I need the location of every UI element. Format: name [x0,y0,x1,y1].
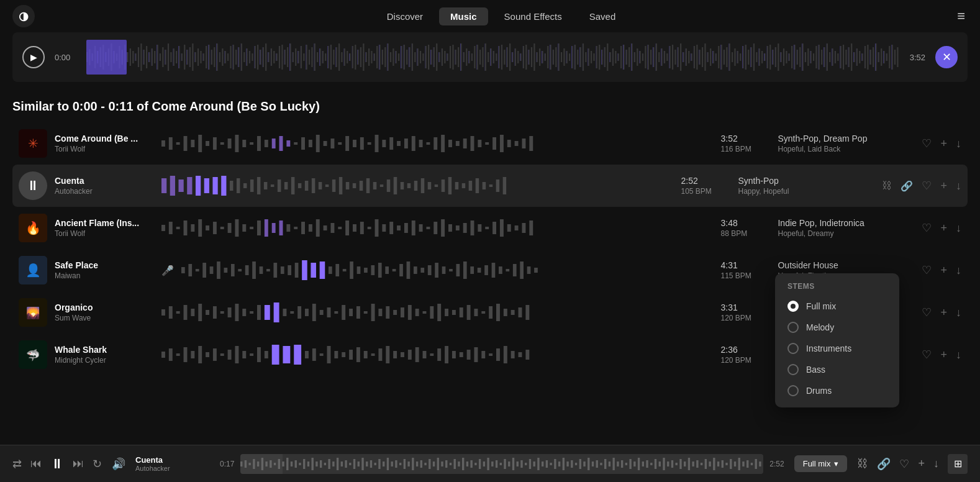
svg-rect-632 [333,462,335,466]
track-waveform[interactable] [161,216,713,240]
add-icon[interactable]: + [940,180,947,193]
nav-discover[interactable]: Discover [376,7,434,25]
play-button[interactable]: ▶ [22,46,45,68]
svg-rect-418 [265,219,268,237]
svg-rect-458 [188,264,192,276]
stem-option-instruments[interactable]: Instruments [775,338,899,359]
track-waveform[interactable] [161,342,713,367]
track-genre: Synth-Pop [738,176,874,186]
player-add-icon[interactable]: + [918,457,925,470]
add-icon[interactable]: + [940,222,947,235]
svg-rect-359 [212,177,217,194]
waveform-selection[interactable]: 0:11 0:00 [86,40,127,75]
svg-rect-46 [211,50,212,65]
svg-rect-513 [191,309,194,316]
svg-rect-30 [168,43,169,71]
svg-rect-333 [389,137,393,150]
track-row[interactable]: ✳ Come Around (Be ... Torii Wolf [12,122,968,165]
volume-icon[interactable]: 🔊 [112,457,125,471]
nav-sound-effects[interactable]: Sound Effects [493,7,573,25]
waveform-container[interactable]: 0:11 0:00 [86,40,900,75]
svg-rect-427 [330,223,334,233]
svg-rect-416 [250,227,253,229]
heart-icon[interactable]: ♡ [922,137,932,150]
svg-rect-79 [301,46,302,68]
svg-rect-537 [371,304,375,321]
logo[interactable]: ◑ [12,5,35,27]
nav-music[interactable]: Music [439,7,488,25]
play-pause-button[interactable]: ⏸ [50,456,64,472]
svg-rect-327 [345,136,349,151]
close-button[interactable]: ✕ [935,46,958,68]
track-name: Organico [55,302,154,312]
download-icon[interactable]: ↓ [956,137,961,150]
svg-rect-566 [198,346,202,363]
svg-rect-548 [452,310,456,315]
link-icon[interactable]: ⛓ [882,180,892,191]
add-icon[interactable]: + [940,348,947,362]
svg-rect-682 [542,462,543,466]
svg-rect-57 [241,43,242,71]
svg-rect-69 [273,51,274,63]
heart-icon[interactable]: ♡ [922,263,932,277]
track-row[interactable]: 🔥 Ancient Flame (Ins... Torii Wolf [12,207,968,249]
track-waveform[interactable] [161,131,713,156]
grid-view-button[interactable]: ⊞ [948,454,968,474]
heart-icon[interactable]: ♡ [922,221,932,235]
track-waveform[interactable] [161,173,673,198]
mix-select-button[interactable]: Full mix ▾ [794,455,848,472]
download-icon[interactable]: ↓ [956,264,961,277]
heart-icon[interactable]: ♡ [922,179,932,193]
svg-rect-492 [435,263,438,278]
track-artist: Torii Wolf [55,145,154,153]
menu-icon[interactable]: ≡ [957,8,965,24]
svg-rect-197 [620,46,622,68]
svg-rect-718 [692,462,694,466]
add-icon[interactable]: + [940,264,947,277]
player-heart-icon[interactable]: ♡ [899,457,909,471]
download-icon[interactable]: ↓ [956,180,961,193]
svg-rect-155 [507,47,508,67]
svg-rect-92 [336,47,337,67]
svg-rect-392 [442,180,445,192]
svg-rect-128 [433,47,435,67]
stem-option-full-mix[interactable]: Full mix [775,296,899,317]
track-row[interactable]: ⏸ Cuenta Autohacker [12,165,968,207]
svg-rect-305 [184,136,188,151]
svg-rect-99 [355,45,356,70]
add-icon[interactable]: + [940,137,947,150]
svg-rect-299 [897,47,898,67]
svg-rect-276 [835,51,836,63]
download-icon[interactable]: ↓ [956,222,961,235]
link2-icon[interactable]: 🔗 [901,180,913,192]
prev-button[interactable]: ⏮ [30,457,42,470]
track-waveform[interactable] [181,258,713,283]
svg-rect-171 [550,45,551,70]
add-icon[interactable]: + [940,306,947,319]
svg-rect-252 [769,45,771,70]
stem-option-bass[interactable]: Bass [775,359,899,380]
track-waveform[interactable] [161,300,713,325]
svg-rect-601 [467,350,471,360]
svg-rect-167 [539,48,540,66]
svg-rect-651 [412,458,414,470]
heart-icon[interactable]: ♡ [922,306,932,319]
stem-option-drums[interactable]: Drums [775,380,899,401]
download-icon[interactable]: ↓ [956,306,961,319]
heart-icon[interactable]: ♡ [922,348,932,362]
player-download-icon[interactable]: ↓ [933,457,939,470]
stem-option-melody[interactable]: Melody [775,317,899,338]
progress-bar[interactable] [240,454,763,474]
next-button[interactable]: ⏭ [73,457,84,470]
stems-dropdown: Stems Full mix Melody Instruments Bass D… [775,273,899,407]
player-link2-icon[interactable]: 🔗 [877,457,891,471]
nav-saved[interactable]: Saved [578,7,627,25]
svg-rect-494 [449,269,453,271]
shuffle-button[interactable]: ⇄ [12,457,22,471]
svg-rect-358 [204,178,209,193]
player-link-icon[interactable]: ⛓ [857,457,868,470]
repeat-button[interactable]: ↻ [93,457,102,471]
svg-rect-630 [324,463,326,465]
download-icon[interactable]: ↓ [956,348,961,362]
svg-rect-29 [165,50,166,65]
